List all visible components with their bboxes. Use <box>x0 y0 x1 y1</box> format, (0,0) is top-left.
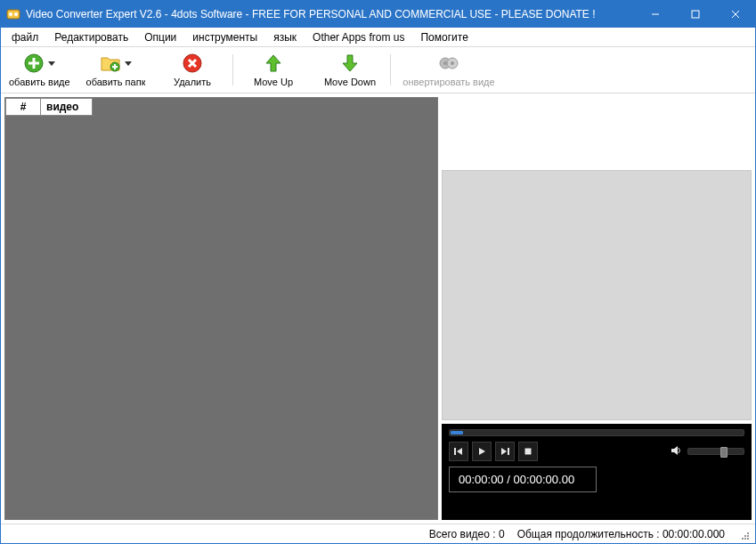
svg-rect-4 <box>692 11 699 18</box>
svg-point-1 <box>9 12 12 16</box>
svg-marker-14 <box>125 61 132 66</box>
svg-marker-25 <box>457 448 462 455</box>
add-folder-label: обавить папк <box>86 77 146 87</box>
menubar: файл Редактировать Опции инструменты язы… <box>1 28 755 47</box>
col-header-video[interactable]: видео <box>41 98 93 116</box>
volume-slider[interactable] <box>687 448 744 455</box>
svg-marker-10 <box>48 61 55 66</box>
seek-bar[interactable] <box>449 429 744 436</box>
close-button[interactable] <box>715 1 755 28</box>
svg-point-23 <box>451 61 454 65</box>
add-video-icon <box>23 53 45 74</box>
time-display: 00:00:00 / 00:00:00.00 <box>449 467 597 492</box>
move-down-button[interactable]: Move Down <box>312 49 388 91</box>
video-list-panel[interactable]: # видео <box>4 97 438 520</box>
resize-grip-icon[interactable] <box>737 528 750 540</box>
move-down-label: Move Down <box>324 77 376 87</box>
svg-marker-27 <box>501 448 507 455</box>
volume-control <box>671 445 744 459</box>
dropdown-chevron-icon <box>46 58 55 69</box>
status-total-videos: Всего видео : 0 <box>429 528 505 540</box>
svg-rect-24 <box>454 448 456 455</box>
window-title: Video Converter Expert V2.6 - 4dots Soft… <box>26 8 635 20</box>
svg-marker-30 <box>671 446 678 455</box>
prev-button[interactable] <box>449 442 468 461</box>
right-column: 00:00:00 / 00:00:00.00 <box>442 93 755 524</box>
seek-fill <box>451 431 463 434</box>
video-table-header: # видео <box>5 98 93 116</box>
svg-point-2 <box>14 12 18 16</box>
toolbar-separator <box>232 54 233 85</box>
titlebar: Video Converter Expert V2.6 - 4dots Soft… <box>1 1 755 28</box>
speaker-icon[interactable] <box>671 445 682 459</box>
play-button[interactable] <box>472 442 492 461</box>
svg-marker-18 <box>266 55 280 71</box>
preview-spacer-top <box>442 97 752 166</box>
menu-tools[interactable]: инструменты <box>185 29 264 45</box>
player-controls <box>449 442 744 461</box>
menu-edit[interactable]: Редактировать <box>47 29 135 45</box>
add-video-label: обавить виде <box>9 77 69 87</box>
add-folder-icon <box>100 53 121 74</box>
menu-help[interactable]: Помогите <box>413 29 475 45</box>
arrow-down-icon <box>339 53 361 74</box>
minimize-button[interactable] <box>635 1 675 28</box>
menu-language[interactable]: язык <box>266 29 304 45</box>
volume-thumb[interactable] <box>720 447 728 458</box>
svg-marker-26 <box>479 448 485 455</box>
next-button[interactable] <box>495 442 515 461</box>
toolbar-separator <box>390 54 391 85</box>
stop-button[interactable] <box>518 442 538 461</box>
svg-rect-13 <box>112 66 118 68</box>
delete-button[interactable]: Удалить <box>154 49 231 91</box>
svg-point-35 <box>744 535 746 537</box>
convert-icon <box>438 53 459 74</box>
toolbar: обавить виде обавить папк <box>1 47 755 93</box>
move-up-label: Move Up <box>254 77 293 87</box>
delete-icon <box>182 53 203 74</box>
convert-button[interactable]: онвертировать виде <box>393 49 505 91</box>
svg-point-36 <box>747 532 749 534</box>
svg-rect-28 <box>508 448 509 455</box>
svg-point-33 <box>747 535 749 537</box>
maximize-button[interactable] <box>675 1 715 28</box>
window-controls <box>635 1 755 28</box>
move-up-button[interactable]: Move Up <box>235 49 312 91</box>
content-area: # видео <box>1 93 755 524</box>
convert-label: онвертировать виде <box>402 77 494 87</box>
svg-marker-19 <box>343 55 357 71</box>
delete-label: Удалить <box>174 77 211 87</box>
col-header-index[interactable]: # <box>5 98 41 116</box>
svg-rect-9 <box>28 62 39 65</box>
dropdown-chevron-icon <box>123 58 132 69</box>
svg-point-22 <box>443 61 447 65</box>
add-video-button[interactable]: обавить виде <box>1 49 77 91</box>
menu-file[interactable]: файл <box>4 29 45 45</box>
preview-panel <box>442 170 752 420</box>
statusbar: Всего видео : 0 Общая продолжительность … <box>1 524 755 543</box>
svg-point-32 <box>744 538 746 540</box>
add-folder-button[interactable]: обавить папк <box>77 49 154 91</box>
svg-point-34 <box>742 538 744 540</box>
app-window: Video Converter Expert V2.6 - 4dots Soft… <box>0 0 756 544</box>
svg-rect-29 <box>525 449 532 455</box>
app-icon <box>6 7 20 21</box>
menu-other-apps[interactable]: Other Apps from us <box>305 29 411 45</box>
menu-options[interactable]: Опции <box>137 29 183 45</box>
svg-point-31 <box>747 538 749 540</box>
status-total-duration: Общая продолжительность : 00:00:00.000 <box>517 528 725 540</box>
arrow-up-icon <box>263 53 284 74</box>
player-panel: 00:00:00 / 00:00:00.00 <box>442 424 752 520</box>
